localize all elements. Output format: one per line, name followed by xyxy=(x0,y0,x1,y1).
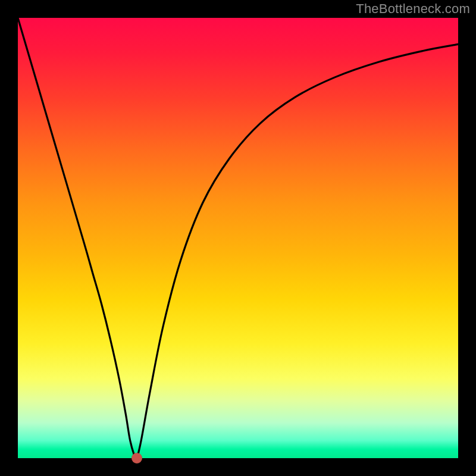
plot-area xyxy=(18,18,458,458)
chart-frame: TheBottleneck.com xyxy=(0,0,476,476)
watermark-text: TheBottleneck.com xyxy=(356,1,470,17)
optimal-point-marker xyxy=(131,453,142,464)
